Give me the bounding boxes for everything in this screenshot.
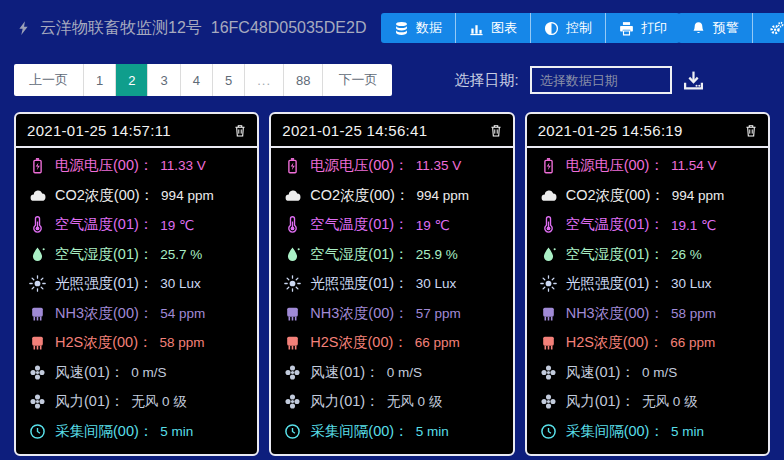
sensor-value: 0 m/S [387, 365, 422, 380]
sensor-row-co2: CO2浓度(00)：994 ppm [29, 186, 245, 205]
sensor-label: 采集间隔(00)： [566, 422, 664, 441]
cloud-icon [29, 187, 46, 204]
sensor-row-wind-force: 风力(01)：无风 0 级 [29, 392, 245, 411]
trash-icon[interactable] [233, 123, 247, 138]
sensor-row-wind-speed: 风速(01)：0 m/S [284, 363, 500, 382]
main-button-group: 数据图表控制打印 [381, 13, 680, 43]
sensor-value: 0 m/S [131, 365, 166, 380]
page-button-5[interactable]: 5 [213, 64, 245, 96]
sensor-row-air-humidity: 空气湿度(01)：25.7 % [29, 245, 245, 264]
sensor-row-wind-force: 风力(01)：无风 0 级 [284, 392, 500, 411]
card-body: 电源电压(00)：11.54 VCO2浓度(00)：994 ppm空气温度(01… [527, 148, 768, 454]
sensor-row-air-temperature: 空气温度(01)：19 ℃ [29, 215, 245, 234]
date-input[interactable] [530, 66, 672, 94]
sensor-label: 空气温度(01)： [566, 215, 664, 234]
print-button-label: 打印 [641, 19, 667, 37]
chart-button[interactable]: 图表 [456, 13, 531, 43]
sensor-value: 58 ppm [160, 335, 205, 350]
next-page-button[interactable]: 下一页 [323, 64, 392, 96]
trash-icon[interactable] [489, 123, 503, 138]
print-button[interactable]: 打印 [606, 13, 680, 43]
sensor-label: 电源电压(00)： [566, 156, 664, 175]
sensor-row-h2s: H2S浓度(00)：66 ppm [284, 333, 500, 352]
sensor-chip-icon [29, 334, 46, 351]
sensor-label: H2S浓度(00)： [55, 333, 153, 352]
sensor-label: 空气湿度(01)： [566, 245, 664, 264]
fan-icon [540, 393, 557, 410]
sensor-label: CO2浓度(00)： [566, 186, 665, 205]
data-button[interactable]: 数据 [381, 13, 456, 43]
sensor-label: 空气温度(01)： [310, 215, 408, 234]
sensor-label: 光照强度(01)： [55, 274, 153, 293]
sensor-value: 994 ppm [672, 188, 725, 203]
printer-icon [619, 21, 634, 36]
sensor-label: NH3浓度(00)： [566, 304, 664, 323]
sun-icon [29, 275, 46, 292]
page-button-2[interactable]: 2 [116, 64, 148, 96]
sensor-row-h2s: H2S浓度(00)：58 ppm [29, 333, 245, 352]
sensor-row-power-voltage: 电源电压(00)：11.35 V [284, 156, 500, 175]
sensor-value: 11.35 V [416, 158, 462, 173]
app-header: 云洋物联畜牧监测12号 16FC48D05035DE2D 数据图表控制打印 预警 [0, 0, 784, 56]
sensor-row-nh3: NH3浓度(00)：57 ppm [284, 304, 500, 323]
sensor-label: CO2浓度(00)： [55, 186, 154, 205]
page-button-88[interactable]: 88 [284, 64, 323, 96]
sensor-label: H2S浓度(00)： [310, 333, 408, 352]
battery-icon [540, 157, 557, 174]
sensor-row-wind-speed: 风速(01)：0 m/S [29, 363, 245, 382]
sensor-value: 66 ppm [415, 335, 460, 350]
cloud-icon [284, 187, 301, 204]
clock-icon [284, 423, 301, 440]
card-body: 电源电压(00)：11.35 VCO2浓度(00)：994 ppm空气温度(01… [271, 148, 512, 454]
sun-icon [540, 275, 557, 292]
sensor-value: 26 % [671, 247, 702, 262]
sensor-chip-icon [284, 334, 301, 351]
download-icon[interactable] [683, 70, 704, 91]
card-header: 2021-01-25 14:57:11 [16, 114, 257, 148]
sensor-label: NH3浓度(00)： [55, 304, 153, 323]
gears-icon [769, 21, 784, 36]
sensor-row-co2: CO2浓度(00)：994 ppm [540, 186, 756, 205]
sensor-value: 11.33 V [160, 158, 206, 173]
sensor-row-nh3: NH3浓度(00)：58 ppm [540, 304, 756, 323]
sensor-row-light-intensity: 光照强度(01)：30 Lux [284, 274, 500, 293]
control-button[interactable]: 控制 [531, 13, 606, 43]
trash-icon[interactable] [744, 123, 758, 138]
sensor-value: 25.7 % [160, 247, 202, 262]
humidity-icon [540, 246, 557, 263]
alert-button[interactable]: 预警 [678, 13, 753, 43]
clock-icon [540, 423, 557, 440]
card-header: 2021-01-25 14:56:19 [527, 114, 768, 148]
sensor-label: 光照强度(01)： [566, 274, 664, 293]
date-label: 选择日期: [454, 71, 518, 90]
sensor-row-power-voltage: 电源电压(00)：11.54 V [540, 156, 756, 175]
page-button-4[interactable]: 4 [181, 64, 213, 96]
sensor-row-co2: CO2浓度(00)：994 ppm [284, 186, 500, 205]
sensor-value: 25.9 % [416, 247, 458, 262]
humidity-icon [29, 246, 46, 263]
page-button-1[interactable]: 1 [84, 64, 116, 96]
sensor-value: 54 ppm [160, 306, 205, 321]
sensor-value: 994 ppm [161, 188, 214, 203]
card-header: 2021-01-25 14:56:41 [271, 114, 512, 148]
sensor-label: 风力(01)： [566, 392, 635, 411]
fan-icon [29, 393, 46, 410]
sensor-chip-icon [284, 305, 301, 322]
sensor-value: 30 Lux [671, 276, 712, 291]
title-wrap: 云洋物联畜牧监测12号 16FC48D05035DE2D [16, 18, 366, 39]
sensor-label: NH3浓度(00)： [310, 304, 408, 323]
battery-icon [284, 157, 301, 174]
card-timestamp: 2021-01-25 14:56:41 [282, 122, 427, 139]
sensor-label: CO2浓度(00)： [310, 186, 409, 205]
sensor-label: 电源电压(00)： [310, 156, 408, 175]
toggle-icon [544, 21, 559, 36]
sensor-value: 19 ℃ [416, 217, 450, 233]
date-picker: 选择日期: [454, 66, 703, 94]
prev-page-button[interactable]: 上一页 [14, 64, 84, 96]
thermometer-icon [540, 216, 557, 233]
page-button-3[interactable]: 3 [148, 64, 180, 96]
humidity-icon [284, 246, 301, 263]
data-card: 2021-01-25 14:57:11电源电压(00)：11.33 VCO2浓度… [14, 112, 259, 456]
sensor-label: 采集间隔(00)： [55, 422, 153, 441]
settings-button[interactable] [753, 13, 784, 43]
